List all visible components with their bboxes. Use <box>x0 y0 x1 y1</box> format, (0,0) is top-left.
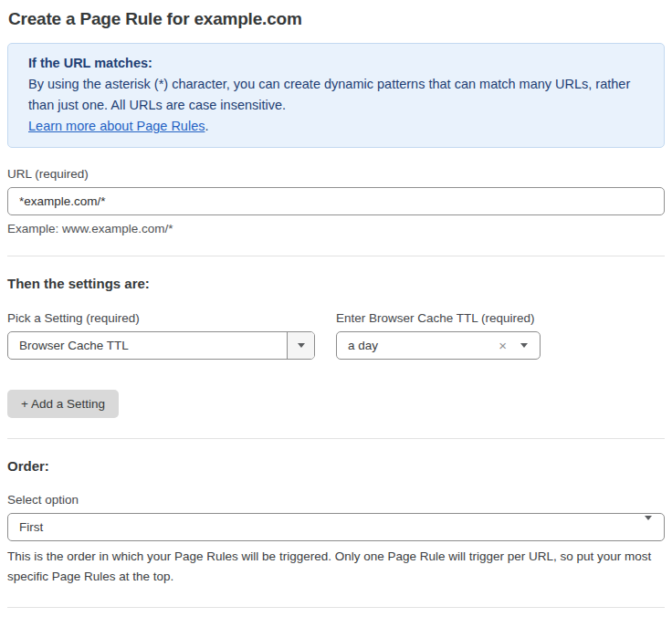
divider-settings-order <box>7 438 665 439</box>
setting-picker-value: Browser Cache TTL <box>8 339 287 352</box>
url-example-helper: Example: www.example.com/* <box>7 222 665 235</box>
url-field-label: URL (required) <box>7 167 665 181</box>
ttl-picker-column: Enter Browser Cache TTL (required) a day… <box>336 291 541 360</box>
link-period: . <box>205 119 208 133</box>
ttl-picker-combobox[interactable]: a day × <box>336 331 541 360</box>
chevron-down-icon[interactable] <box>520 343 528 348</box>
setting-picker-dropdown-button[interactable] <box>287 332 314 359</box>
setting-picker-select[interactable]: Browser Cache TTL <box>7 331 315 360</box>
ttl-picker-label: Enter Browser Cache TTL (required) <box>336 311 541 325</box>
setting-picker-label: Pick a Setting (required) <box>7 311 315 325</box>
order-caret-wrap <box>645 520 664 534</box>
clear-icon[interactable]: × <box>499 339 507 352</box>
settings-section-heading: Then the settings are: <box>7 276 665 291</box>
order-select-label: Select option <box>7 493 665 507</box>
info-box-body: By using the asterisk (*) character, you… <box>28 74 644 116</box>
chevron-down-icon <box>298 343 305 348</box>
divider-order-footer <box>7 607 665 608</box>
page-title: Create a Page Rule for example.com <box>8 9 665 29</box>
order-select[interactable]: First <box>7 513 665 541</box>
ttl-picker-value: a day <box>337 339 499 352</box>
url-input[interactable] <box>7 187 665 215</box>
order-section-heading: Order: <box>7 458 665 474</box>
info-box-link-line: Learn more about Page Rules. <box>28 116 644 137</box>
add-setting-button[interactable]: + Add a Setting <box>7 390 119 418</box>
info-box-heading: If the URL matches: <box>28 53 644 74</box>
setting-picker-column: Pick a Setting (required) Browser Cache … <box>7 291 315 360</box>
chevron-down-icon <box>645 516 652 534</box>
order-helper-text: This is the order in which your Page Rul… <box>7 547 657 587</box>
settings-row: Pick a Setting (required) Browser Cache … <box>7 291 665 360</box>
divider-url-settings <box>7 256 665 256</box>
order-select-value: First <box>8 520 645 534</box>
learn-more-link[interactable]: Learn more about Page Rules <box>28 119 205 133</box>
ttl-picker-icons: × <box>499 339 540 352</box>
url-match-info-box: If the URL matches: By using the asteris… <box>7 43 665 148</box>
